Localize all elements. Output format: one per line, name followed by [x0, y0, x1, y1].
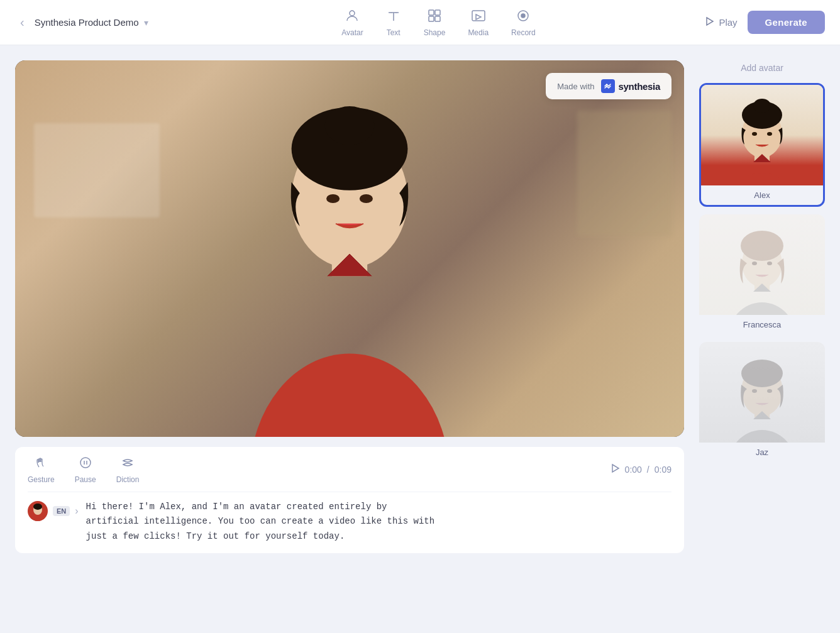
avatar-tool-icon — [345, 8, 360, 26]
video-background: Made with synthesia — [15, 60, 684, 437]
avatar-card-francesca[interactable]: Francesca — [699, 214, 825, 334]
svg-point-40 — [752, 389, 757, 393]
svg-point-22 — [33, 504, 42, 510]
gesture-icon — [34, 456, 48, 473]
language-badge: EN — [53, 506, 70, 516]
video-preview: Made with synthesia — [15, 60, 684, 437]
svg-point-15 — [360, 194, 373, 203]
script-area: EN › Hi there! I'm Alex, and I'm an avat… — [28, 492, 671, 544]
navbar: ‹ Synthesia Product Demo ▾ Avatar Text — [0, 0, 840, 45]
diction-label: Diction — [116, 475, 140, 484]
diction-button[interactable]: Diction — [116, 456, 140, 484]
left-panel: Made with synthesia — [15, 60, 684, 618]
avatar-svg — [192, 60, 507, 437]
svg-rect-1 — [429, 10, 434, 15]
svg-point-41 — [767, 389, 772, 393]
generate-button[interactable]: Generate — [748, 11, 825, 34]
record-tool-icon — [516, 8, 531, 26]
avatar-card-jaz[interactable]: Jaz — [699, 342, 825, 462]
svg-point-35 — [767, 261, 772, 265]
francesca-avatar-name: Francesca — [699, 315, 825, 334]
svg-point-33 — [741, 231, 783, 261]
bg-decor-right — [577, 111, 671, 236]
back-button[interactable]: ‹ — [15, 10, 30, 35]
text-tool-label: Text — [387, 28, 401, 37]
svg-marker-19 — [612, 465, 619, 472]
control-buttons-group: Gesture Pause — [28, 456, 139, 484]
time-total: 0:09 — [655, 465, 671, 475]
jaz-avatar-name: Jaz — [699, 443, 825, 462]
francesca-avatar-image — [699, 214, 825, 315]
time-play-icon — [610, 463, 620, 476]
svg-rect-3 — [429, 16, 434, 21]
svg-point-23 — [727, 173, 797, 185]
svg-point-9 — [250, 353, 450, 436]
toolbar: Avatar Text Shape Media — [174, 8, 704, 37]
jaz-avatar-svg — [712, 342, 812, 443]
alex-avatar-svg — [712, 85, 812, 185]
svg-point-28 — [752, 132, 757, 136]
media-tool-label: Media — [468, 28, 489, 37]
tool-shape[interactable]: Shape — [424, 8, 446, 37]
bg-decor-left — [34, 123, 160, 217]
play-button[interactable]: Play — [704, 16, 737, 30]
synthesia-brand-name: synthesia — [619, 81, 661, 92]
gesture-button[interactable]: Gesture — [28, 456, 55, 484]
tool-text[interactable]: Text — [386, 8, 401, 37]
tool-avatar[interactable]: Avatar — [341, 8, 363, 37]
script-meta: EN › — [28, 501, 79, 521]
time-current: 0:00 — [625, 465, 642, 475]
script-avatar-svg — [28, 501, 48, 521]
avatar-card-alex[interactable]: Alex — [699, 83, 825, 207]
svg-rect-4 — [435, 16, 440, 21]
media-tool-icon — [471, 8, 486, 26]
synthesia-icon — [601, 79, 615, 93]
play-icon — [704, 16, 715, 30]
svg-marker-8 — [707, 18, 713, 25]
time-separator: / — [647, 465, 649, 475]
shape-tool-icon — [427, 8, 442, 26]
pause-button[interactable]: Pause — [75, 456, 96, 484]
svg-rect-2 — [435, 10, 440, 15]
synthesia-logo: synthesia — [601, 79, 661, 93]
francesca-avatar-svg — [712, 214, 812, 315]
svg-point-34 — [752, 261, 757, 265]
gesture-label: Gesture — [28, 475, 55, 484]
svg-point-7 — [521, 14, 525, 18]
alex-avatar-image — [701, 85, 823, 185]
svg-point-39 — [741, 360, 783, 387]
title-chevron-icon[interactable]: ▾ — [144, 18, 148, 28]
record-tool-label: Record — [511, 28, 536, 37]
controls-panel: Gesture Pause — [15, 447, 684, 553]
pause-icon — [79, 456, 92, 473]
add-avatar-title: Add avatar — [699, 60, 825, 75]
alex-avatar-name: Alex — [701, 185, 823, 205]
svg-point-16 — [80, 458, 91, 468]
text-tool-icon — [386, 8, 401, 26]
pause-label: Pause — [75, 475, 96, 484]
svg-point-0 — [350, 11, 355, 16]
svg-point-30 — [727, 302, 797, 315]
diction-icon — [121, 456, 135, 473]
nav-right-actions: Play Generate — [704, 11, 825, 34]
project-title: Synthesia Product Demo — [35, 17, 139, 28]
main-content: Made with synthesia — [0, 45, 840, 633]
script-text[interactable]: Hi there! I'm Alex, and I'm an avatar cr… — [86, 500, 671, 544]
project-title-area: Synthesia Product Demo ▾ — [35, 17, 148, 28]
play-label: Play — [719, 17, 737, 28]
tool-record[interactable]: Record — [511, 8, 536, 37]
watermark-badge: Made with synthesia — [546, 73, 671, 99]
watermark-made-with: Made with — [557, 82, 594, 91]
svg-point-27 — [753, 99, 771, 113]
svg-point-14 — [326, 194, 340, 203]
script-avatar-thumb — [28, 501, 48, 521]
shape-tool-label: Shape — [424, 28, 446, 37]
right-sidebar: Add avatar — [699, 60, 825, 618]
tool-media[interactable]: Media — [468, 8, 489, 37]
script-chevron-icon[interactable]: › — [75, 505, 78, 517]
svg-point-29 — [767, 132, 772, 136]
svg-point-13 — [324, 106, 374, 145]
jaz-avatar-image — [699, 342, 825, 443]
time-display: 0:00 / 0:09 — [610, 463, 671, 476]
svg-point-36 — [727, 430, 797, 443]
